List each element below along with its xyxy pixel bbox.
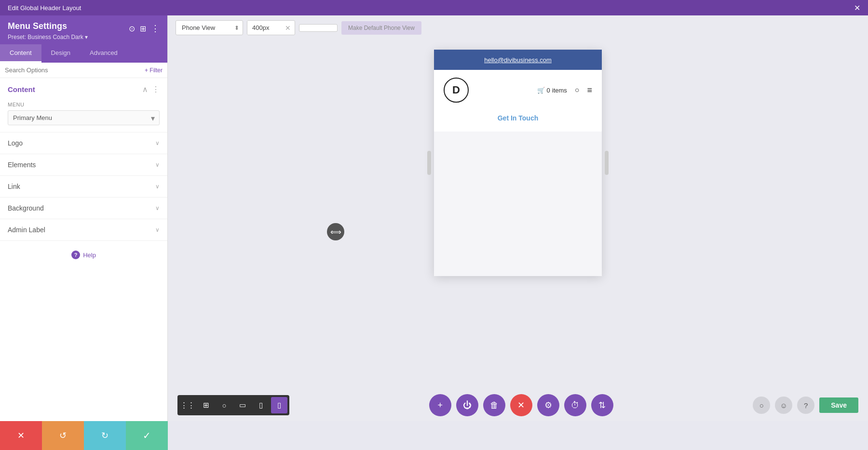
tablet-view-icon[interactable]: ▯ xyxy=(253,397,269,413)
elements-chevron-icon: ∨ xyxy=(155,161,160,168)
save-button[interactable]: Save xyxy=(819,397,858,413)
content-section-title: Content xyxy=(8,85,35,93)
account-icon[interactable]: ☺ xyxy=(775,397,792,414)
title-bar: Edit Global Header Layout ✕ xyxy=(0,0,868,15)
logo-section-title: Logo xyxy=(8,139,23,147)
search-view-icon[interactable]: ○ xyxy=(216,397,232,413)
link-chevron-icon: ∨ xyxy=(155,183,160,190)
settings-button[interactable]: ⚙ xyxy=(537,394,559,416)
sync-button[interactable]: ⇅ xyxy=(591,394,613,416)
menu-field-group: Menu Primary Menu xyxy=(0,99,167,132)
panel-content: Content ∧ ⋮ Menu Primary Menu xyxy=(0,78,167,421)
link-section: Link ∨ xyxy=(0,176,167,198)
width-input-group: ✕ xyxy=(247,20,295,35)
cart-icon: 🛒 xyxy=(537,87,545,94)
search-right-icon[interactable]: ○ xyxy=(753,397,770,414)
add-button[interactable]: + xyxy=(429,394,451,416)
tab-design[interactable]: Design xyxy=(41,44,80,63)
cancel-button[interactable]: ✕ xyxy=(0,421,42,450)
redo-button[interactable]: ↻ xyxy=(84,421,126,450)
logo-circle: D xyxy=(444,78,469,103)
power-button[interactable]: ⏻ xyxy=(456,394,478,416)
delete-button[interactable]: 🗑 xyxy=(483,394,505,416)
grid-view-icon[interactable]: ⊞ xyxy=(198,397,214,413)
more-icon[interactable]: ⋮ xyxy=(151,23,160,34)
cart-items-label: items xyxy=(552,87,567,94)
phone-content-area xyxy=(434,132,602,276)
tab-content[interactable]: Content xyxy=(0,44,41,63)
panel-icon-area: ⊙ ⊞ ⋮ xyxy=(129,21,160,34)
title-bar-text: Edit Global Header Layout xyxy=(8,4,81,12)
admin-label-chevron-icon: ∨ xyxy=(155,226,160,233)
section-more-icon[interactable]: ⋮ xyxy=(152,85,160,94)
undo-icon: ↺ xyxy=(59,430,67,441)
phone-view-icon[interactable]: ▯ xyxy=(271,397,287,413)
tabs-bar: Content Design Advanced xyxy=(0,44,167,63)
bottom-left-actions: ✕ ↺ ↻ ✓ xyxy=(0,421,168,450)
undo-button[interactable]: ↺ xyxy=(42,421,84,450)
phone-topbar: hello@divibusiness.com xyxy=(434,50,602,70)
elements-section-header[interactable]: Elements ∨ xyxy=(0,154,167,175)
filter-button[interactable]: + Filter xyxy=(145,67,163,74)
logo-section-header[interactable]: Logo ∨ xyxy=(0,132,167,154)
preset-selector[interactable]: Preset: Business Coach Dark ▾ xyxy=(8,34,129,40)
link-section-header[interactable]: Link ∨ xyxy=(0,176,167,197)
email-link[interactable]: hello@divibusiness.com xyxy=(484,56,552,64)
confirm-icon: ✓ xyxy=(143,430,151,441)
bottom-action-bar: ✕ ↺ ↻ ✓ xyxy=(0,421,868,450)
phone-frame: hello@divibusiness.com D 🛒 0 items ○ ≡ xyxy=(434,50,602,276)
search-icon-phone[interactable]: ○ xyxy=(575,86,580,94)
phone-nav: 🛒 0 items ○ ≡ xyxy=(537,85,592,95)
cancel-icon: ✕ xyxy=(17,430,25,441)
title-bar-close-icon[interactable]: ✕ xyxy=(854,3,860,13)
make-default-button[interactable]: Make Default Phone View xyxy=(341,21,421,35)
extra-input[interactable] xyxy=(299,24,338,32)
view-mode-toolbar: ⋮⋮ ⊞ ○ ▭ ▯ ▯ xyxy=(177,395,289,415)
width-input[interactable] xyxy=(247,21,281,35)
collapse-icon[interactable]: ∧ xyxy=(142,85,148,94)
section-controls: ∧ ⋮ xyxy=(142,85,160,94)
panel-header: Menu Settings Preset: Business Coach Dar… xyxy=(0,15,167,44)
cart-count: 0 xyxy=(547,87,550,94)
cart-area: 🛒 0 items xyxy=(537,87,567,94)
elements-section-title: Elements xyxy=(8,161,36,169)
right-actions: ○ ☺ ? Save xyxy=(753,397,858,414)
content-section-header: Content ∧ ⋮ xyxy=(0,78,167,99)
width-close-icon[interactable]: ✕ xyxy=(281,24,295,32)
background-section-header[interactable]: Background ∨ xyxy=(0,198,167,219)
hamburger-menu-icon[interactable]: ≡ xyxy=(587,85,592,95)
elements-section: Elements ∨ xyxy=(0,154,167,176)
drag-handle[interactable]: ⟺ xyxy=(327,223,344,240)
view-select[interactable]: Phone View Tablet View Desktop View xyxy=(176,20,243,35)
logo-chevron-icon: ∨ xyxy=(155,140,160,146)
menu-label: Menu xyxy=(8,102,160,107)
resize-handle-left[interactable] xyxy=(427,151,431,175)
help-right-icon[interactable]: ? xyxy=(797,397,814,414)
preview-area: Phone View Tablet View Desktop View ✕ Ma… xyxy=(168,15,868,421)
preview-canvas: ⟺ hello@divibusiness.com D 🛒 xyxy=(168,40,868,389)
settings-icon[interactable]: ⊙ xyxy=(129,24,135,33)
content-section: Content ∧ ⋮ Menu Primary Menu xyxy=(0,78,167,132)
admin-label-section: Admin Label ∨ xyxy=(0,219,167,241)
background-section-title: Background xyxy=(8,204,44,212)
background-section: Background ∨ xyxy=(0,198,167,219)
more-options-icon[interactable]: ⋮⋮ xyxy=(179,397,196,413)
confirm-button[interactable]: ✓ xyxy=(126,421,168,450)
get-in-touch-link[interactable]: Get In Touch xyxy=(434,110,602,132)
columns-icon[interactable]: ⊞ xyxy=(140,24,146,33)
history-button[interactable]: ⏱ xyxy=(564,394,586,416)
admin-label-section-title: Admin Label xyxy=(8,226,45,234)
preview-toolbar: Phone View Tablet View Desktop View ✕ Ma… xyxy=(168,15,868,40)
preset-label: Preset: Business Coach Dark xyxy=(8,34,83,40)
view-select-wrapper: Phone View Tablet View Desktop View xyxy=(176,20,243,35)
panel-title: Menu Settings xyxy=(8,21,129,31)
desktop-view-icon[interactable]: ▭ xyxy=(234,397,251,413)
help-section[interactable]: ? Help xyxy=(0,241,167,269)
redo-icon: ↻ xyxy=(101,430,108,441)
resize-handle-right[interactable] xyxy=(605,151,609,175)
menu-select[interactable]: Primary Menu xyxy=(8,110,160,125)
tab-advanced[interactable]: Advanced xyxy=(80,44,127,63)
close-button[interactable]: ✕ xyxy=(510,394,532,416)
admin-label-section-header[interactable]: Admin Label ∨ xyxy=(0,219,167,240)
search-input[interactable] xyxy=(5,66,142,74)
